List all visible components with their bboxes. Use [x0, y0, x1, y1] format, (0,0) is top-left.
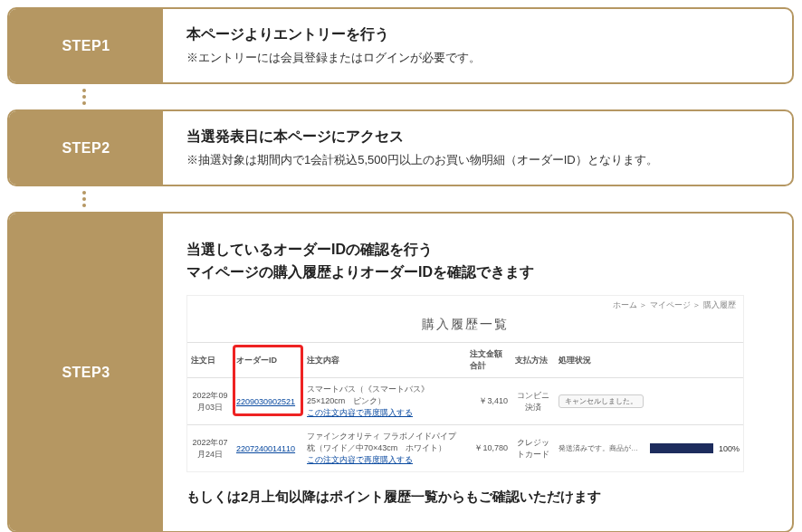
step2-subtitle: ※抽選対象は期間内で1会計税込5,500円以上のお買い物明細（オーダーID）とな… [186, 152, 769, 168]
cell-desc: スマートバス（《スマートバス》25×120cm ピンク） この注文内容で再度購入… [303, 378, 466, 425]
step3-box: STEP3 当選しているオーダーIDの確認を行う マイページの購入履歴よりオーダ… [7, 212, 794, 532]
step3-footer: もしくは2月上旬以降はポイント履歴一覧からもご確認いただけます [186, 489, 769, 506]
connector-dots [7, 84, 161, 109]
step3-body: 当選しているオーダーIDの確認を行う マイページの購入履歴よりオーダーIDを確認… [163, 214, 792, 531]
cell-status: キャンセルしました。 [555, 378, 743, 425]
breadcrumb: ホーム ＞ マイページ ＞ 購入履歴 [187, 296, 743, 311]
cell-pay: コンビニ決済 [511, 378, 555, 425]
th-order-id: オーダーID [233, 343, 303, 378]
step2-body: 当選発表日に本ページにアクセス ※抽選対象は期間内で1会計税込5,500円以上の… [163, 111, 792, 185]
step1-label: STEP1 [9, 9, 163, 82]
cell-order-id: 2209030902521 [233, 378, 303, 425]
table-header-row: 注文日 オーダーID 注文内容 注文金額合計 支払方法 処理状況 [187, 343, 743, 378]
progress-percent: 100% [719, 444, 740, 453]
inner-heading: 購入履歴一覧 [187, 311, 743, 342]
order-history-screenshot: ホーム ＞ マイページ ＞ 購入履歴 購入履歴一覧 注文日 オーダーID 注文内… [186, 295, 744, 472]
cell-date: 2022年09月03日 [187, 378, 233, 425]
cancel-status-badge: キャンセルしました。 [559, 394, 644, 408]
step3-line2: マイページの購入履歴よりオーダーIDを確認できます [186, 263, 769, 282]
step1-body: 本ページよりエントリーを行う ※エントリーには会員登録またはログインが必要です。 [163, 9, 792, 82]
step3-label: STEP3 [9, 214, 163, 531]
cell-order-id: 2207240014110 [233, 425, 303, 472]
step1-title: 本ページよりエントリーを行う [186, 25, 769, 44]
cell-total: ￥10,780 [466, 425, 511, 472]
th-date: 注文日 [187, 343, 233, 378]
th-desc: 注文内容 [303, 343, 466, 378]
cell-pay: クレジットカード [511, 425, 555, 472]
th-pay: 支払方法 [511, 343, 555, 378]
order-history-table: 注文日 オーダーID 注文内容 注文金額合計 支払方法 処理状況 2022年09… [187, 342, 743, 471]
step2-box: STEP2 当選発表日に本ページにアクセス ※抽選対象は期間内で1会計税込5,5… [7, 109, 794, 186]
step2-title: 当選発表日に本ページにアクセス [186, 128, 769, 147]
step1-subtitle: ※エントリーには会員登録またはログインが必要です。 [186, 50, 769, 66]
cell-total: ￥3,410 [466, 378, 511, 425]
table-row: 2022年07月24日 2207240014110 ファインクオリティ フラボノ… [187, 425, 743, 472]
step1-box: STEP1 本ページよりエントリーを行う ※エントリーには会員登録またはログイン… [7, 7, 794, 84]
step3-title: 当選しているオーダーIDの確認を行う [186, 241, 769, 260]
th-total: 注文金額合計 [466, 343, 511, 378]
step2-label: STEP2 [9, 111, 163, 185]
cell-status: 発送済みです。商品が届きましたら受け取りボタンを押してください。 100% [555, 425, 743, 472]
cell-date: 2022年07月24日 [187, 425, 233, 472]
table-row: 2022年09月03日 2209030902521 スマートバス（《スマートバス… [187, 378, 743, 425]
cell-desc: ファインクオリティ フラボノイドパイプ枕（ワイド／中70×43cm ホワイト） … [303, 425, 466, 472]
th-status: 処理状況 [555, 343, 743, 378]
connector-dots [7, 186, 161, 212]
